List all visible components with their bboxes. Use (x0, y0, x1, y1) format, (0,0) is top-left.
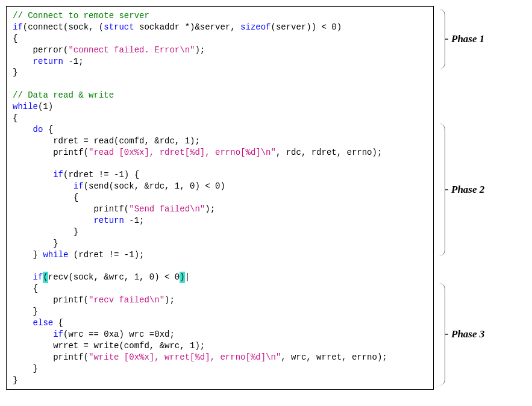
code: -1; (124, 215, 145, 226)
code: } (13, 249, 43, 261)
string: "write [0x%x], wrret[%d], errno[%d]\n" (89, 352, 281, 363)
code (13, 329, 53, 340)
keyword-sizeof: sizeof (240, 22, 271, 33)
keyword-struct: struct (104, 22, 134, 33)
code: { (13, 283, 38, 295)
code: printf( (13, 204, 129, 215)
code-container: // Connect to remote server if(connect(s… (6, 6, 434, 390)
cursor-mark: | (185, 272, 190, 283)
code: { (13, 192, 78, 204)
phase-2-bracket: Phase 2 (439, 123, 484, 256)
brace-icon (439, 9, 445, 69)
keyword-if: if (53, 329, 63, 340)
code: } (13, 375, 17, 386)
code: wrret = write(comfd, &wrc, 1); (13, 340, 205, 352)
code: { (53, 317, 63, 329)
code: perror( (13, 45, 68, 56)
code: { (43, 124, 53, 136)
brace-icon (439, 123, 445, 256)
code: (rdret != -1); (68, 249, 144, 261)
code: { (13, 33, 17, 45)
keyword-do: do (33, 124, 43, 136)
brace-icon (439, 283, 445, 386)
highlight-paren-open: ( (43, 272, 48, 283)
phase-1-label: Phase 1 (451, 33, 484, 45)
code: rdret = read(comfd, &rdc, 1); (13, 136, 200, 147)
code: { (13, 113, 17, 124)
keyword-else: else (33, 317, 54, 329)
code (13, 215, 93, 226)
phase-3-bracket: Phase 3 (439, 283, 484, 386)
code: (send(sock, &rdc, 1, 0) < 0) (84, 181, 225, 192)
code: recv(sock, &wrc, 1, 0) < 0 (48, 272, 180, 283)
highlight-paren-close: ) (180, 272, 184, 283)
string: "read [0x%x], rdret[%d], errno[%d]\n" (89, 147, 276, 158)
phase-3-label: Phase 3 (451, 328, 484, 340)
code: } (13, 363, 38, 375)
comment: // Data read & write (13, 90, 114, 101)
code: } (13, 238, 58, 249)
code: (wrc == 0xa) wrc =0xd; (63, 329, 175, 340)
code (13, 181, 74, 192)
code: ); (164, 295, 175, 306)
code: } (13, 306, 38, 317)
keyword-if: if (33, 272, 43, 283)
string: "Send failed\n" (129, 204, 205, 215)
keyword-if: if (53, 169, 63, 181)
phase-2-label: Phase 2 (451, 184, 484, 196)
code (13, 169, 53, 181)
code: , wrc, wrret, errno); (281, 352, 387, 363)
keyword-if: if (74, 181, 84, 192)
code (13, 56, 33, 67)
code: printf( (13, 352, 89, 363)
code: ); (205, 204, 215, 215)
string: "connect failed. Error\n" (68, 45, 195, 56)
code: sockaddr *)&server, (134, 22, 240, 33)
code: -1; (63, 56, 84, 67)
code: printf( (13, 295, 89, 306)
code: (1) (38, 101, 53, 113)
code: (server)) < 0) (271, 22, 342, 33)
string: "recv failed\n" (89, 295, 164, 306)
code: (connect(sock, ( (23, 22, 104, 33)
code: printf( (13, 147, 89, 158)
code (13, 272, 33, 283)
keyword-while: while (43, 249, 68, 261)
code: } (13, 226, 78, 238)
keyword-return: return (93, 215, 124, 226)
code: , rdc, rdret, errno); (276, 147, 382, 158)
code (13, 317, 33, 329)
code: ); (195, 45, 205, 56)
code: (rdret != -1) { (63, 169, 139, 181)
keyword-while: while (13, 101, 38, 113)
keyword-return: return (33, 56, 63, 67)
code: } (13, 67, 17, 78)
comment: // Connect to remote server (13, 10, 149, 22)
phase-1-bracket: Phase 1 (439, 9, 484, 69)
keyword-if: if (13, 22, 23, 33)
code (13, 124, 33, 136)
